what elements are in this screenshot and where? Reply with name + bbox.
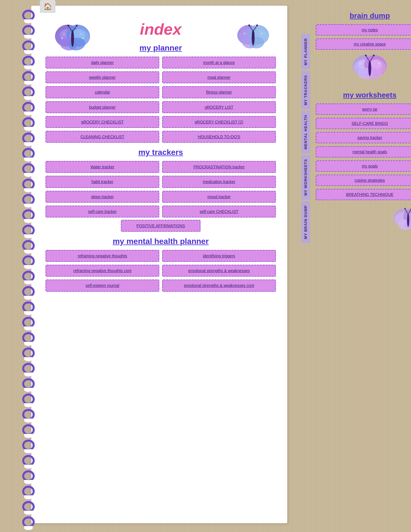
grocery-checklist-2-btn[interactable]: gROCERY CHECKLIST (2)	[162, 116, 276, 128]
home-tab[interactable]: 🏠	[40, 0, 55, 13]
mental-health-goals-btn[interactable]: mental health goals	[316, 146, 411, 158]
reframing-negative-thoughts-cont-btn[interactable]: reframing negative thoughts cont	[46, 265, 159, 277]
svg-point-53	[404, 208, 406, 210]
my-trackers-grid: Water tracker PROCRASTINATION tracker ha…	[46, 161, 276, 218]
page-wrapper: 🏠	[6, 6, 405, 532]
my-mental-health-grid: reframing negative thoughts identifying …	[46, 250, 276, 292]
meal-planner-btn[interactable]: meal planner	[162, 71, 276, 83]
positive-affirmations-container: POSITIVE AFFIRMATIONS	[46, 220, 276, 232]
butterfly-right-top	[236, 23, 270, 54]
self-care-tracker-btn[interactable]: self-care tracker	[46, 206, 159, 218]
spiral-binding	[21, 9, 36, 531]
tab-my-worksheets[interactable]: MY WORKSHEETS	[301, 155, 310, 200]
my-notes-btn[interactable]: my notes	[316, 24, 411, 36]
svg-point-29	[261, 32, 263, 35]
brain-dump-heading: brain dump	[316, 11, 411, 20]
my-goals-btn[interactable]: my goals	[316, 160, 411, 172]
household-todos-btn[interactable]: HOUSEHOLD TO-DO'S	[162, 131, 276, 143]
tab-brain-dump[interactable]: MY BRAIN DUMP	[301, 201, 310, 243]
my-mental-health-heading: my mental health planner	[46, 237, 276, 246]
daily-planner-btn[interactable]: daily planner	[46, 57, 159, 69]
svg-point-15	[61, 38, 63, 39]
tab-my-planner[interactable]: MY PLANNER	[301, 34, 310, 69]
budget-planner-btn[interactable]: budget planner	[46, 101, 159, 113]
main-paper: 🏠	[31, 6, 287, 523]
svg-point-10	[67, 25, 69, 26]
svg-point-51	[407, 213, 409, 227]
svg-point-43	[359, 62, 362, 65]
saving-tracker-btn[interactable]: saving tracker	[316, 132, 411, 143]
emotional-strengths-weaknesses-cont-btn[interactable]: emotional strengths & weaknesses cont	[162, 280, 276, 291]
svg-point-42	[373, 55, 375, 56]
grocery-list-btn[interactable]: gROCERY LIST	[162, 101, 276, 113]
svg-point-12	[76, 25, 78, 26]
svg-point-14	[80, 33, 82, 35]
worry-jar-btn[interactable]: worry jar	[316, 103, 411, 115]
svg-point-38	[368, 60, 371, 76]
butterfly-middle	[316, 53, 411, 85]
svg-point-28	[243, 32, 246, 35]
home-icon: 🏠	[44, 3, 52, 11]
my-trackers-heading: my trackers	[46, 148, 276, 157]
svg-point-13	[63, 33, 65, 35]
my-creative-space-btn[interactable]: my creative space	[316, 38, 411, 50]
self-care-checklist-btn[interactable]: self-care CHECKLIST	[162, 206, 276, 218]
habit-tracker-btn[interactable]: habit tracker	[46, 176, 159, 188]
reframing-negative-thoughts-btn[interactable]: reframing negative thoughts	[46, 250, 159, 262]
svg-point-44	[378, 62, 380, 65]
breathing-technique-btn[interactable]: BREATHING TECHNIQUE	[316, 189, 411, 200]
month-at-a-glance-btn[interactable]: month at a glance	[162, 57, 276, 69]
svg-point-27	[256, 24, 258, 26]
mood-tracker-btn[interactable]: mood tracker	[162, 191, 276, 203]
positive-affirmations-btn[interactable]: POSITIVE AFFIRMATIONS	[121, 220, 201, 232]
emotional-strengths-weaknesses-btn[interactable]: emotional strengths & weaknesses	[162, 265, 276, 277]
my-planner-grid: daily planner month at a glance weekly p…	[46, 57, 276, 143]
sleep-tracker-btn[interactable]: sleep tracker	[46, 191, 159, 203]
cleaning-checklist-btn[interactable]: CLEANING CHECKLIST	[46, 131, 159, 143]
right-column: brain dump my notes my creative space	[316, 6, 411, 523]
side-tabs: MY PLANNER MY TRACKERS MENTAL HEALTH MY …	[301, 34, 310, 245]
self-care-bingo-btn[interactable]: SELF-CARE BINGO	[316, 118, 411, 129]
grocery-checklist-btn[interactable]: gROCERY CHECKLIST	[46, 116, 159, 128]
butterfly-left	[54, 23, 91, 54]
svg-point-25	[248, 24, 250, 26]
tab-mental-health[interactable]: MENTAL HEALTH	[301, 111, 310, 153]
water-tracker-btn[interactable]: Water tracker	[46, 161, 159, 173]
my-worksheets-heading: my worksheets	[316, 91, 411, 100]
weekly-planner-btn[interactable]: weekly planner	[46, 71, 159, 83]
svg-point-16	[82, 38, 84, 39]
butterfly-bottom-right	[316, 206, 411, 235]
self-esteem-journal-btn[interactable]: self-esteem journal	[46, 280, 159, 291]
fitness-planner-btn[interactable]: fitness planner	[162, 86, 276, 98]
svg-point-23	[252, 30, 255, 45]
procrastination-tracker-btn[interactable]: PROCRASTINATION tracker	[162, 161, 276, 173]
identifying-triggers-btn[interactable]: identifying triggers	[162, 250, 276, 262]
svg-point-8	[71, 30, 74, 47]
tab-my-trackers[interactable]: MY TRACKERS	[301, 71, 310, 109]
calendar-btn[interactable]: calendar	[46, 86, 159, 98]
svg-point-40	[365, 55, 367, 56]
coping-strategies-btn[interactable]: coping strategies	[316, 175, 411, 186]
medication-tracker-btn[interactable]: medication tracker	[162, 176, 276, 188]
